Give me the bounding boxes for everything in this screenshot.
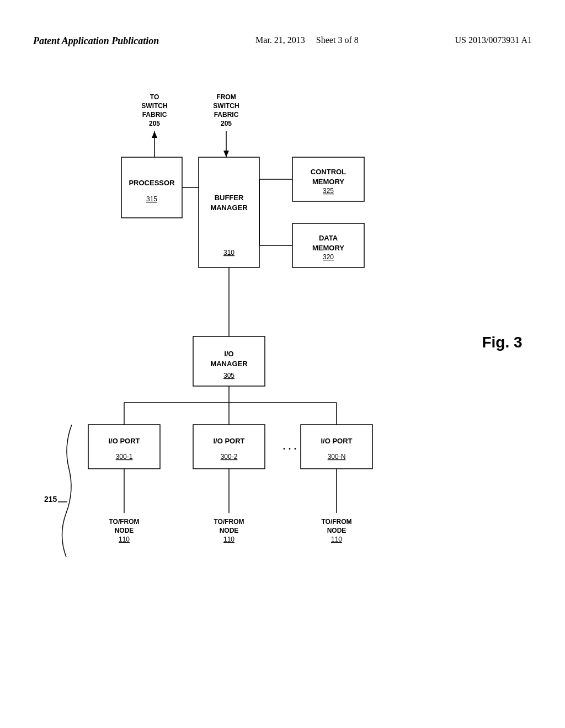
io-port-1-text: I/O PORT [108,437,140,445]
node2-text1: TO/FROM [214,518,244,526]
node2-number: 110 [223,536,234,543]
io-port-1-box [88,425,160,469]
from-switch-label4: 205 [221,120,232,127]
svg-marker-1 [152,131,157,138]
processor-box [121,157,182,218]
node1-number: 110 [119,536,130,543]
from-switch-label2: SWITCH [213,102,239,110]
to-switch-label2: SWITCH [141,102,167,110]
node2-text2: NODE [220,527,239,534]
from-switch-label3: FABRIC [214,111,239,119]
io-port-2-box [193,425,265,469]
to-switch-label3: FABRIC [142,111,167,119]
io-port-2-number: 300-2 [221,453,238,461]
header-center: Mar. 21, 2013 Sheet 3 of 8 [255,35,359,45]
node1-text1: TO/FROM [109,518,139,526]
io-port-1-number: 300-1 [116,453,133,461]
buffer-manager-number: 310 [223,249,234,256]
noden-number: 110 [331,536,342,543]
patent-number: US 2013/0073931 A1 [455,35,532,45]
noden-text2: NODE [327,527,347,534]
io-port-n-number: 300-N [328,453,346,461]
ellipsis: . . . [282,441,296,452]
io-manager-text2: MANAGER [210,360,248,368]
processor-number: 315 [146,195,157,203]
publication-date: Mar. 21, 2013 [255,35,305,45]
buffer-manager-text2: MANAGER [210,204,248,212]
node1-text2: NODE [115,527,134,534]
io-port-n-box [301,425,372,469]
svg-marker-3 [223,151,229,157]
publication-title: Patent Application Publication [33,35,159,47]
to-switch-label: TO [150,93,159,101]
control-memory-text: CONTROL [311,168,346,176]
header: Patent Application Publication Mar. 21, … [0,35,565,47]
sheet-info: Sheet 3 of 8 [316,35,359,45]
data-memory-number: 320 [323,253,334,261]
diagram-svg: TO SWITCH FABRIC 205 FROM SWITCH FABRIC … [28,83,524,689]
noden-text1: TO/FROM [321,518,351,526]
io-manager-text: I/O [224,350,233,358]
page: Patent Application Publication Mar. 21, … [0,0,565,728]
fig-label: Fig. 3 [482,334,522,351]
from-switch-label: FROM [216,93,236,101]
to-switch-label4: 205 [149,120,160,127]
control-memory-text2: MEMORY [312,178,344,186]
processor-text: PROCESSOR [129,179,175,187]
label-215-text: 215 [44,495,57,504]
data-memory-text: DATA [319,234,338,242]
control-memory-number: 325 [323,187,334,195]
buffer-manager-text: BUFFER [215,194,244,202]
io-port-2-text: I/O PORT [213,437,244,445]
data-memory-text2: MEMORY [312,244,344,252]
io-port-n-text: I/O PORT [321,437,352,445]
io-manager-number: 305 [223,372,234,379]
